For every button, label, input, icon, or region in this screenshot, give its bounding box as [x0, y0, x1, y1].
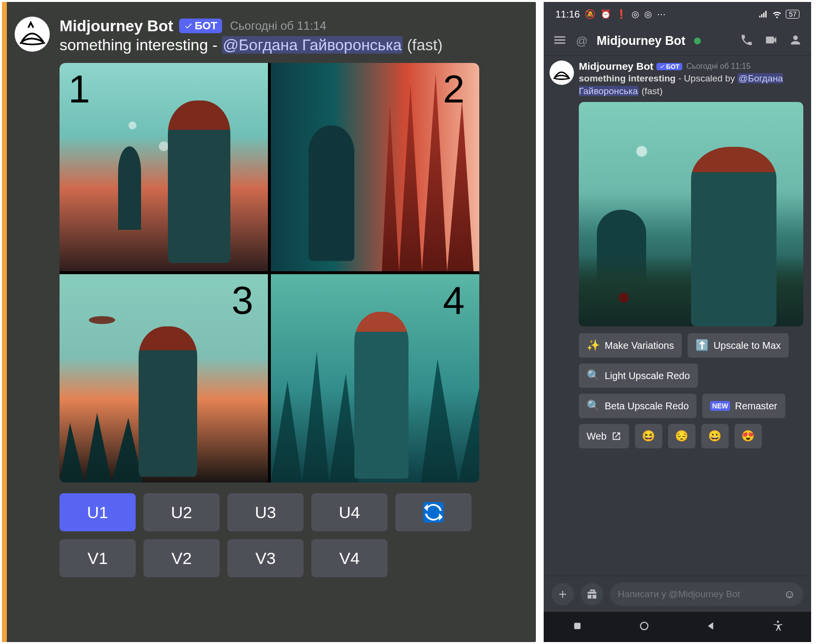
accessibility-button[interactable]	[772, 620, 784, 634]
prompt-text: something interesting	[579, 73, 675, 83]
button-label: Beta Upscale Redo	[605, 401, 689, 412]
web-button[interactable]: Web	[579, 424, 629, 448]
circle-icon	[638, 620, 651, 632]
message: Midjourney Bot БОТ Сьогодні об 11:15 som…	[544, 56, 811, 97]
prompt-suffix: (fast)	[403, 36, 443, 54]
action-button-grid: U1 U2 U3 U4 V1 V2 V3 V4	[60, 493, 479, 577]
plus-icon	[557, 588, 569, 600]
mute-icon: 🔕	[585, 9, 595, 20]
reaction-button[interactable]: 😍	[734, 424, 762, 448]
avatar[interactable]	[550, 60, 574, 85]
upscale-1-button[interactable]: U1	[60, 493, 136, 531]
alarm-icon: ⏰	[600, 9, 611, 20]
variation-3-button[interactable]: V3	[227, 539, 304, 577]
emoji-picker-button[interactable]: ☺	[783, 587, 796, 601]
generated-image-grid[interactable]: 1 2 3 4	[60, 63, 479, 483]
variation-4-button[interactable]: V4	[311, 539, 388, 577]
check-icon	[659, 63, 665, 69]
notification-icon: ❗	[616, 9, 627, 20]
new-badge: NEW	[710, 401, 730, 411]
home-button[interactable]	[638, 620, 651, 634]
beta-upscale-redo-button[interactable]: 🔍Beta Upscale Redo	[579, 394, 696, 418]
check-icon	[184, 21, 193, 30]
at-symbol: @	[576, 34, 588, 48]
midjourney-logo-icon	[553, 64, 571, 81]
reaction-button[interactable]: 😆	[635, 424, 662, 448]
upscale-3-button[interactable]: U3	[227, 493, 304, 531]
channel-header: @ Midjourney Bot	[544, 26, 811, 56]
reaction-button[interactable]: 😀	[701, 424, 729, 448]
avatar[interactable]	[15, 17, 50, 52]
gift-button[interactable]	[581, 583, 603, 605]
desktop-discord-panel: Midjourney Bot БОТ Сьогодні об 11:14 som…	[2, 2, 536, 642]
add-attachment-button[interactable]	[551, 583, 574, 605]
online-status-icon	[694, 38, 701, 44]
variation-2-button[interactable]: V2	[143, 539, 220, 577]
instagram-icon: ◎	[644, 9, 652, 20]
highlight-edge	[2, 2, 7, 642]
gift-icon	[586, 588, 598, 600]
video-call-button[interactable]	[764, 33, 778, 49]
instagram-icon: ◎	[632, 9, 639, 20]
search-icon: 🔍	[587, 369, 600, 382]
image-tile-2: 2	[271, 63, 479, 271]
upscaled-image[interactable]	[579, 102, 803, 326]
battery-level: 57	[789, 10, 796, 18]
message: Midjourney Bot БОТ Сьогодні об 11:14 som…	[15, 17, 522, 577]
tile-number: 4	[443, 278, 465, 323]
image-tile-4: 4	[271, 274, 479, 483]
variation-1-button[interactable]: V1	[60, 539, 136, 577]
hamburger-icon	[552, 33, 567, 47]
bot-badge-label: БОТ	[195, 20, 217, 32]
voice-call-button[interactable]	[740, 33, 754, 49]
members-button[interactable]	[789, 33, 802, 49]
reaction-button[interactable]: 😔	[668, 424, 695, 448]
image-tile-1: 1	[60, 63, 268, 271]
emoji-grin: 😀	[708, 430, 721, 443]
input-placeholder: Написати у @Midjourney Bot	[618, 589, 740, 600]
button-label: Remaster	[735, 401, 777, 412]
upscaled-by-text: - Upscaled by	[675, 73, 737, 83]
prompt-suffix: (fast)	[639, 86, 663, 96]
emoji-heart-eyes: 😍	[741, 430, 755, 443]
remaster-button[interactable]: NEWRemaster	[702, 394, 785, 418]
battery-indicator: 57	[786, 10, 799, 19]
upscale-4-button[interactable]: U4	[311, 493, 388, 531]
user-mention[interactable]: @Богдана Гайворонська	[222, 36, 403, 54]
tile-number: 3	[232, 278, 254, 323]
triangle-back-icon	[705, 620, 717, 632]
message-composer: Написати у @Midjourney Bot ☺	[544, 576, 811, 612]
bot-badge: БОТ	[656, 63, 682, 70]
author-name[interactable]: Midjourney Bot	[60, 17, 173, 35]
reroll-button[interactable]	[395, 493, 471, 531]
make-variations-button[interactable]: ✨Make Variations	[579, 333, 682, 358]
sparkle-icon: ✨	[587, 339, 600, 352]
svg-point-3	[776, 621, 778, 623]
upscale-max-button[interactable]: ⬆️Upscale to Max	[688, 333, 789, 358]
author-name[interactable]: Midjourney Bot	[579, 60, 653, 72]
message-input[interactable]: Написати у @Midjourney Bot ☺	[610, 583, 803, 606]
search-icon: 🔍	[587, 400, 600, 412]
prompt-text: something interesting -	[60, 36, 222, 54]
bot-badge-label: БОТ	[666, 63, 679, 70]
image-foreground	[579, 255, 803, 326]
midjourney-logo-icon	[19, 21, 46, 48]
light-upscale-redo-button[interactable]: 🔍Light Upscale Redo	[579, 363, 698, 388]
tile-number: 2	[443, 67, 465, 112]
recent-apps-button[interactable]	[571, 620, 584, 634]
square-icon	[571, 620, 584, 632]
svg-point-2	[640, 622, 648, 629]
video-icon	[764, 33, 778, 47]
upscale-icon: ⬆️	[695, 339, 709, 352]
menu-button[interactable]	[552, 33, 567, 49]
emoji-pensive: 😔	[675, 430, 688, 443]
people-icon	[789, 33, 802, 47]
mobile-discord-panel: 11:16 🔕 ⏰ ❗ ◎ ◎ ⋯ 57 @ Midjourney Bot	[544, 2, 811, 642]
channel-title[interactable]: Midjourney Bot	[596, 34, 685, 48]
message-content: something interesting - @Богдана Гайворо…	[60, 36, 522, 54]
back-button[interactable]	[705, 620, 717, 634]
emoji-squint: 😆	[642, 430, 655, 443]
upscale-2-button[interactable]: U2	[143, 493, 220, 531]
external-link-icon	[612, 431, 621, 441]
status-time: 11:16	[555, 9, 580, 20]
